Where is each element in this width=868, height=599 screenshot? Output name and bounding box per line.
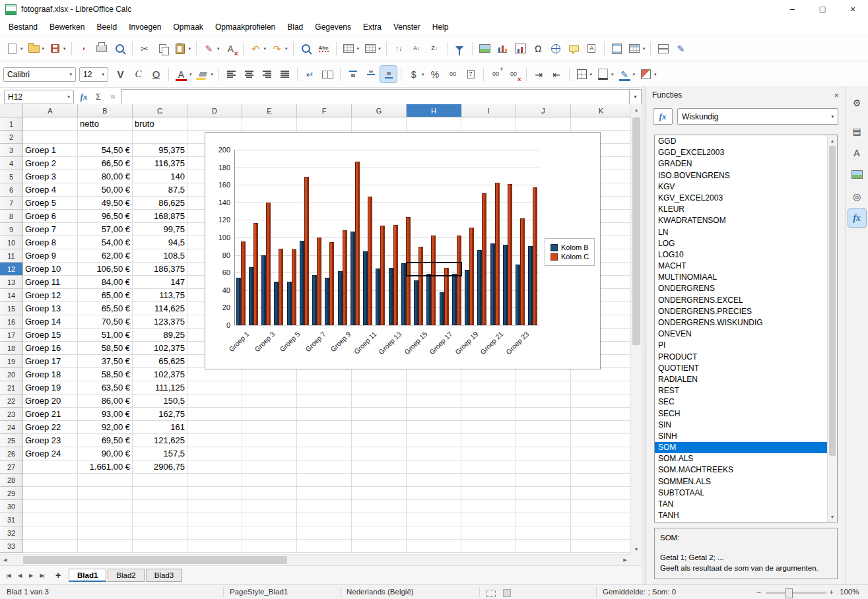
embedded-chart[interactable]: 020406080100120140160180200Groep 1Groep …	[205, 132, 601, 369]
font-size-combobox[interactable]: 12 ▾	[79, 67, 108, 82]
zoom-out-icon[interactable]: −	[756, 588, 761, 597]
cell-E27[interactable]	[242, 460, 297, 474]
freeze-panes-icon[interactable]	[626, 40, 643, 57]
cell-A11[interactable]: Groep 9	[23, 249, 78, 263]
insert-hyperlink-icon[interactable]	[548, 40, 564, 57]
sheet-tab-blad2[interactable]: Blad2	[108, 569, 144, 582]
cell-B16[interactable]: 70,50 €	[78, 315, 133, 329]
align-top-icon[interactable]	[345, 66, 361, 82]
column-header-G[interactable]: G	[352, 104, 407, 117]
column-header-D[interactable]: D	[187, 104, 242, 117]
cell-G28[interactable]	[352, 474, 407, 487]
column-header-H[interactable]: H	[407, 104, 461, 117]
cut-icon[interactable]: ✂	[137, 40, 153, 57]
cell-H30[interactable]	[407, 500, 461, 513]
cell-A10[interactable]: Groep 8	[23, 236, 78, 249]
cell-K30[interactable]	[571, 500, 630, 513]
cell-J31[interactable]	[516, 513, 571, 526]
column-header-B[interactable]: B	[78, 104, 133, 117]
cell-D23[interactable]	[187, 408, 242, 421]
dropdown-arrow-icon[interactable]: ▾	[285, 46, 288, 51]
export-pdf-icon[interactable]	[76, 40, 92, 57]
delete-decimal-icon[interactable]: 00	[506, 66, 522, 82]
sheet-tab-blad1[interactable]: Blad1	[69, 569, 106, 582]
cell-F25[interactable]	[297, 434, 352, 447]
cell-B24[interactable]: 92,00 €	[78, 421, 133, 434]
row-header-31[interactable]: 31	[0, 513, 23, 526]
cell-A28[interactable]	[23, 474, 78, 487]
cell-G32[interactable]	[352, 526, 407, 540]
cell-D27[interactable]	[187, 460, 242, 474]
column-header-C[interactable]: C	[133, 104, 187, 117]
cell-H25[interactable]	[407, 434, 461, 447]
wrap-text-icon[interactable]: ↵	[302, 66, 318, 82]
columns-icon[interactable]	[362, 40, 378, 57]
dropdown-arrow-icon[interactable]: ▾	[63, 46, 66, 51]
column-header-A[interactable]: A	[23, 104, 78, 117]
cell-G24[interactable]	[352, 421, 407, 434]
clone-formatting-icon[interactable]: ✎	[201, 40, 217, 57]
insert-chart-icon[interactable]	[494, 40, 511, 57]
cell-H20[interactable]	[407, 368, 461, 381]
navigator-deck-icon[interactable]: ◎	[848, 187, 866, 205]
dropdown-arrow-icon[interactable]: ▾	[643, 46, 646, 51]
menu-bestand[interactable]: Bestand	[3, 20, 44, 34]
function-list-item[interactable]: LOG	[655, 238, 828, 249]
vertical-scrollbar-thumb[interactable]	[632, 117, 640, 345]
show-draw-functions-icon[interactable]: ✎	[673, 40, 689, 57]
cell-J33[interactable]	[516, 540, 571, 553]
select-function-sum-icon[interactable]: Σ	[91, 90, 106, 104]
cell-C10[interactable]: 94,5	[133, 236, 187, 249]
cell-I26[interactable]	[461, 447, 516, 460]
properties-deck-icon[interactable]: ▤	[848, 122, 866, 140]
cell-I27[interactable]	[461, 460, 516, 474]
cell-E26[interactable]	[242, 447, 297, 460]
cell-I30[interactable]	[461, 500, 516, 513]
minimize-button[interactable]: −	[777, 0, 807, 18]
cell-K28[interactable]	[571, 474, 630, 487]
cell-D21[interactable]	[187, 381, 242, 394]
cell-H29[interactable]	[407, 487, 461, 500]
function-list-item[interactable]: KGV_EXCEL2003	[655, 193, 828, 204]
row-header-16[interactable]: 16	[0, 315, 23, 329]
cell-B27[interactable]: 1.661,00 €	[78, 460, 133, 474]
cell-C4[interactable]: 116,375	[133, 157, 187, 170]
sort-descending-icon[interactable]: Z↓	[426, 40, 443, 57]
function-list-item[interactable]: KWADRATENSOM	[655, 215, 828, 226]
function-list-item[interactable]: PI	[655, 340, 828, 351]
name-box[interactable]: H12 ▾	[4, 90, 74, 104]
row-header-13[interactable]: 13	[0, 276, 23, 289]
cell-C23[interactable]: 162,75	[133, 408, 187, 421]
cell-I28[interactable]	[461, 474, 516, 487]
row-header-5[interactable]: 5	[0, 170, 23, 183]
cell-A26[interactable]: Groep 24	[23, 447, 78, 460]
row-header-8[interactable]: 8	[0, 210, 23, 223]
menu-beeld[interactable]: Beeld	[90, 20, 123, 34]
cell-A15[interactable]: Groep 13	[23, 302, 78, 315]
cell-F22[interactable]	[297, 394, 352, 408]
function-category-select[interactable]: Wiskundig ▾	[677, 108, 838, 125]
cell-I23[interactable]	[461, 408, 516, 421]
font-name-combobox[interactable]: Calibri ▾	[3, 67, 76, 82]
function-list-item[interactable]: REST	[655, 385, 828, 396]
cell-A1[interactable]	[23, 117, 78, 131]
column-header-J[interactable]: J	[516, 104, 571, 117]
cell-J21[interactable]	[516, 381, 571, 394]
cell-C14[interactable]: 113,75	[133, 289, 187, 302]
function-list-item[interactable]: GGD_EXCEL2003	[655, 147, 828, 158]
cell-D20[interactable]	[187, 368, 242, 381]
dropdown-arrow-icon[interactable]: ▾	[264, 46, 267, 51]
cell-K25[interactable]	[571, 434, 630, 447]
cell-H27[interactable]	[407, 460, 461, 474]
cell-B11[interactable]: 62,00 €	[78, 249, 133, 263]
cell-D32[interactable]	[187, 526, 242, 540]
cell-C5[interactable]: 140	[133, 170, 187, 183]
cell-I21[interactable]	[461, 381, 516, 394]
cell-A2[interactable]	[23, 131, 78, 144]
cell-B4[interactable]: 66,50 €	[78, 157, 133, 170]
menu-blad[interactable]: Blad	[281, 20, 309, 34]
cell-F33[interactable]	[297, 540, 352, 553]
borders-icon[interactable]	[574, 66, 590, 82]
cell-K29[interactable]	[571, 487, 630, 500]
cell-C20[interactable]: 102,375	[133, 368, 187, 381]
